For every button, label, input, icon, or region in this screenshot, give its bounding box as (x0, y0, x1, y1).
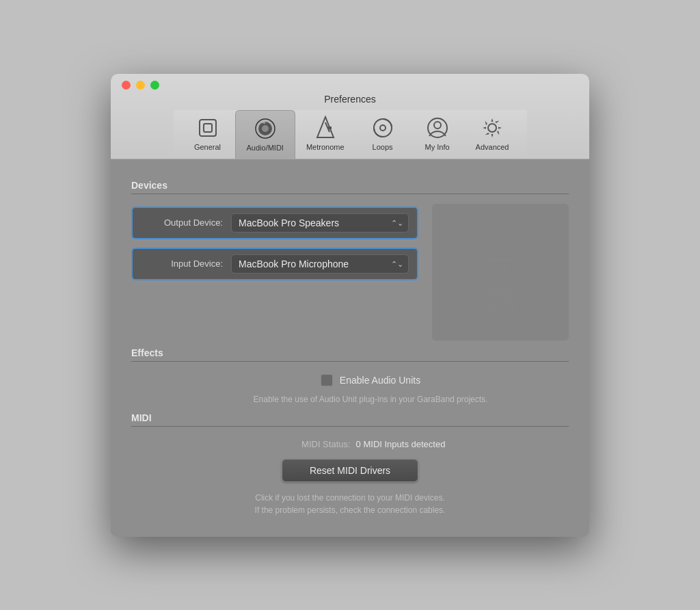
audio-midi-tab-label: Audio/MIDI (247, 144, 284, 152)
effects-divider (131, 361, 569, 362)
output-device-select[interactable]: MacBook Pro Speakers Built-in Output (231, 213, 409, 233)
input-device-select-wrapper: MacBook Pro Microphone Built-in Micropho… (231, 254, 409, 274)
my-info-tab-label: My Info (425, 143, 450, 151)
svg-line-22 (504, 265, 511, 266)
enable-audio-units-checkbox[interactable] (321, 374, 333, 386)
midi-divider (131, 426, 569, 427)
enable-audio-units-label: Enable Audio Units (340, 375, 420, 386)
devices-area: Output Device: MacBook Pro Speakers Buil… (131, 207, 569, 341)
reset-midi-drivers-button[interactable]: Reset MIDI Drivers (282, 459, 418, 482)
svg-point-12 (488, 124, 496, 132)
output-device-select-wrapper: MacBook Pro Speakers Built-in Output ⌃⌄ (231, 213, 409, 233)
tab-audio-midi[interactable]: Audio/MIDI (235, 110, 295, 159)
midi-area: MIDI MIDI Status: 0 MIDI Inputs detected… (131, 412, 569, 516)
svg-point-20 (504, 267, 509, 271)
input-device-select[interactable]: MacBook Pro Microphone Built-in Micropho… (231, 254, 409, 274)
window-controls (122, 81, 159, 90)
tab-advanced[interactable]: Advanced (465, 110, 520, 159)
mascot-area (432, 204, 569, 341)
svg-line-24 (492, 284, 492, 314)
devices-divider (131, 194, 569, 194)
midi-description-line2: If the problem persists, check the conne… (255, 505, 446, 515)
tab-metronome[interactable]: Metronome (295, 110, 355, 159)
maximize-button[interactable] (150, 81, 159, 90)
tab-my-info[interactable]: My Info (410, 110, 465, 159)
effects-section-header: Effects (131, 347, 569, 358)
svg-line-21 (492, 265, 498, 266)
audio-midi-icon (253, 116, 278, 141)
svg-line-28 (504, 285, 505, 315)
toolbar: General Audio/MIDI (174, 110, 527, 159)
midi-section-header: MIDI (131, 412, 569, 423)
mascot-illustration (456, 211, 545, 334)
preferences-window: Preferences General (111, 74, 589, 537)
midi-description-line1: Click if you lost the connection to your… (255, 493, 444, 503)
metronome-tab-label: Metronome (306, 143, 345, 151)
output-device-row: Output Device: MacBook Pro Speakers Buil… (131, 207, 418, 239)
audio-units-description: Enable the use of Audio Unit plug-ins in… (131, 393, 569, 406)
svg-point-4 (262, 125, 269, 132)
tab-general[interactable]: General (180, 110, 235, 159)
advanced-icon (480, 116, 504, 140)
svg-point-11 (434, 122, 441, 129)
close-button[interactable] (122, 81, 131, 90)
svg-rect-0 (200, 120, 216, 136)
effects-area: Effects Enable Audio Units Enable the us… (131, 347, 569, 406)
title-bar: Preferences General (111, 74, 589, 159)
output-device-label: Output Device: (141, 217, 223, 228)
svg-point-19 (492, 267, 496, 271)
window-title: Preferences (324, 94, 375, 105)
svg-rect-1 (204, 124, 212, 132)
midi-status-label: MIDI Status: (282, 439, 351, 449)
loops-icon (371, 116, 395, 140)
midi-status-row: MIDI Status: 0 MIDI Inputs detected (131, 439, 569, 449)
metronome-icon (313, 116, 338, 140)
my-info-icon (425, 116, 450, 140)
input-device-row: Input Device: MacBook Pro Microphone Bui… (131, 248, 418, 280)
svg-rect-7 (327, 127, 332, 129)
tab-loops[interactable]: Loops (355, 110, 410, 159)
input-device-label: Input Device: (141, 258, 223, 269)
minimize-button[interactable] (136, 81, 145, 90)
loops-tab-label: Loops (373, 143, 393, 151)
midi-description: Click if you lost the connection to your… (131, 492, 569, 516)
midi-status-value: 0 MIDI Inputs detected (356, 439, 446, 449)
general-tab-label: General (194, 143, 221, 151)
advanced-tab-label: Advanced (476, 143, 509, 151)
audio-units-row: Enable Audio Units (131, 374, 569, 386)
devices-section-header: Devices (131, 180, 569, 191)
svg-point-9 (380, 125, 386, 131)
general-icon (196, 116, 220, 140)
devices-controls: Output Device: MacBook Pro Speakers Buil… (131, 207, 418, 341)
content-area: Devices Output Device: MacBook Pro Speak… (111, 159, 589, 537)
